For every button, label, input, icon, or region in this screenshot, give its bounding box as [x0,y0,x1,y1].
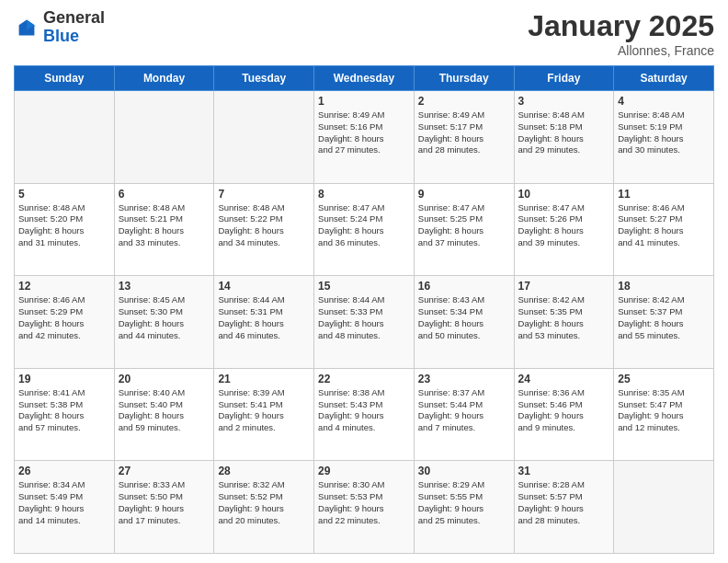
day-info: Sunrise: 8:37 AMSunset: 5:44 PMDaylight:… [418,387,510,434]
day-number: 11 [618,188,710,201]
table-row: 3Sunrise: 8:48 AMSunset: 5:18 PMDaylight… [514,91,614,184]
day-number: 2 [418,95,510,108]
day-number: 14 [218,280,310,293]
day-info: Sunrise: 8:38 AMSunset: 5:43 PMDaylight:… [318,387,410,434]
table-row: 26Sunrise: 8:34 AMSunset: 5:49 PMDayligh… [15,461,115,554]
day-info: Sunrise: 8:32 AMSunset: 5:52 PMDaylight:… [218,479,310,526]
day-info: Sunrise: 8:48 AMSunset: 5:20 PMDaylight:… [18,202,110,249]
day-info: Sunrise: 8:44 AMSunset: 5:33 PMDaylight:… [318,294,410,341]
day-number: 15 [318,280,410,293]
day-info: Sunrise: 8:35 AMSunset: 5:47 PMDaylight:… [618,387,710,434]
table-row: 30Sunrise: 8:29 AMSunset: 5:55 PMDayligh… [414,461,514,554]
month-title: January 2025 [528,9,714,43]
table-row [614,461,714,554]
col-saturday: Saturday [614,66,714,91]
day-number: 24 [518,373,610,385]
table-row: 20Sunrise: 8:40 AMSunset: 5:40 PMDayligh… [114,368,214,461]
day-info: Sunrise: 8:47 AMSunset: 5:26 PMDaylight:… [518,202,610,249]
day-info: Sunrise: 8:36 AMSunset: 5:46 PMDaylight:… [518,387,610,434]
day-number: 7 [218,188,310,201]
day-number: 27 [119,465,210,477]
day-info: Sunrise: 8:46 AMSunset: 5:29 PMDaylight:… [18,294,110,341]
table-row: 31Sunrise: 8:28 AMSunset: 5:57 PMDayligh… [514,461,614,554]
table-row: 9Sunrise: 8:47 AMSunset: 5:25 PMDaylight… [414,183,514,276]
day-info: Sunrise: 8:48 AMSunset: 5:18 PMDaylight:… [518,109,610,156]
day-number: 18 [618,280,710,293]
table-row: 22Sunrise: 8:38 AMSunset: 5:43 PMDayligh… [314,368,415,461]
day-info: Sunrise: 8:47 AMSunset: 5:24 PMDaylight:… [318,202,410,249]
header: General Blue January 2025 Allonnes, Fran… [14,9,714,58]
table-row: 19Sunrise: 8:41 AMSunset: 5:38 PMDayligh… [15,368,115,461]
table-row: 24Sunrise: 8:36 AMSunset: 5:46 PMDayligh… [514,368,614,461]
table-row: 17Sunrise: 8:42 AMSunset: 5:35 PMDayligh… [514,276,614,369]
col-thursday: Thursday [414,66,514,91]
day-info: Sunrise: 8:34 AMSunset: 5:49 PMDaylight:… [18,479,110,526]
table-row: 28Sunrise: 8:32 AMSunset: 5:52 PMDayligh… [214,461,314,554]
day-number: 31 [518,465,610,477]
calendar-week-row: 5Sunrise: 8:48 AMSunset: 5:20 PMDaylight… [15,183,714,276]
day-number: 4 [618,95,710,108]
table-row: 18Sunrise: 8:42 AMSunset: 5:37 PMDayligh… [614,276,714,369]
table-row: 16Sunrise: 8:43 AMSunset: 5:34 PMDayligh… [414,276,514,369]
day-info: Sunrise: 8:40 AMSunset: 5:40 PMDaylight:… [119,387,210,434]
day-info: Sunrise: 8:33 AMSunset: 5:50 PMDaylight:… [119,479,210,526]
day-info: Sunrise: 8:30 AMSunset: 5:53 PMDaylight:… [318,479,410,526]
title-block: January 2025 Allonnes, France [528,9,714,58]
table-row: 12Sunrise: 8:46 AMSunset: 5:29 PMDayligh… [15,276,115,369]
day-number: 13 [119,280,210,293]
table-row: 1Sunrise: 8:49 AMSunset: 5:16 PMDaylight… [314,91,415,184]
table-row: 29Sunrise: 8:30 AMSunset: 5:53 PMDayligh… [314,461,415,554]
col-sunday: Sunday [15,66,115,91]
day-info: Sunrise: 8:49 AMSunset: 5:16 PMDaylight:… [318,109,410,156]
day-number: 20 [119,373,210,385]
day-info: Sunrise: 8:48 AMSunset: 5:21 PMDaylight:… [119,202,210,249]
table-row: 8Sunrise: 8:47 AMSunset: 5:24 PMDaylight… [314,183,415,276]
day-info: Sunrise: 8:29 AMSunset: 5:55 PMDaylight:… [418,479,510,526]
calendar-table: Sunday Monday Tuesday Wednesday Thursday… [14,65,714,554]
day-number: 16 [418,280,510,293]
day-info: Sunrise: 8:44 AMSunset: 5:31 PMDaylight:… [218,294,310,341]
day-number: 26 [18,465,110,477]
day-number: 30 [418,465,510,477]
day-info: Sunrise: 8:45 AMSunset: 5:30 PMDaylight:… [119,294,210,341]
day-number: 3 [518,95,610,108]
table-row: 27Sunrise: 8:33 AMSunset: 5:50 PMDayligh… [114,461,214,554]
col-tuesday: Tuesday [214,66,314,91]
calendar-week-row: 26Sunrise: 8:34 AMSunset: 5:49 PMDayligh… [15,461,714,554]
table-row: 13Sunrise: 8:45 AMSunset: 5:30 PMDayligh… [114,276,214,369]
calendar-week-row: 19Sunrise: 8:41 AMSunset: 5:38 PMDayligh… [15,368,714,461]
table-row: 11Sunrise: 8:46 AMSunset: 5:27 PMDayligh… [614,183,714,276]
day-number: 9 [418,188,510,201]
table-row [15,91,115,184]
col-friday: Friday [514,66,614,91]
day-number: 22 [318,373,410,385]
logo-general: General [43,8,105,27]
day-info: Sunrise: 8:42 AMSunset: 5:37 PMDaylight:… [618,294,710,341]
day-number: 1 [318,95,410,108]
day-info: Sunrise: 8:41 AMSunset: 5:38 PMDaylight:… [18,387,110,434]
day-info: Sunrise: 8:43 AMSunset: 5:34 PMDaylight:… [418,294,510,341]
table-row: 21Sunrise: 8:39 AMSunset: 5:41 PMDayligh… [214,368,314,461]
table-row: 10Sunrise: 8:47 AMSunset: 5:26 PMDayligh… [514,183,614,276]
calendar-header-row: Sunday Monday Tuesday Wednesday Thursday… [15,66,714,91]
day-number: 8 [318,188,410,201]
day-number: 6 [119,188,210,201]
day-info: Sunrise: 8:49 AMSunset: 5:17 PMDaylight:… [418,109,510,156]
day-number: 23 [418,373,510,385]
logo: General Blue [14,9,105,46]
table-row: 14Sunrise: 8:44 AMSunset: 5:31 PMDayligh… [214,276,314,369]
table-row: 23Sunrise: 8:37 AMSunset: 5:44 PMDayligh… [414,368,514,461]
calendar-week-row: 1Sunrise: 8:49 AMSunset: 5:16 PMDaylight… [15,91,714,184]
table-row: 2Sunrise: 8:49 AMSunset: 5:17 PMDaylight… [414,91,514,184]
day-info: Sunrise: 8:39 AMSunset: 5:41 PMDaylight:… [218,387,310,434]
logo-blue: Blue [43,27,79,45]
table-row: 15Sunrise: 8:44 AMSunset: 5:33 PMDayligh… [314,276,415,369]
table-row: 5Sunrise: 8:48 AMSunset: 5:20 PMDaylight… [15,183,115,276]
day-number: 5 [18,188,110,201]
calendar-week-row: 12Sunrise: 8:46 AMSunset: 5:29 PMDayligh… [15,276,714,369]
logo-icon [14,15,40,40]
day-number: 28 [218,465,310,477]
day-number: 10 [518,188,610,201]
day-number: 17 [518,280,610,293]
table-row: 4Sunrise: 8:48 AMSunset: 5:19 PMDaylight… [614,91,714,184]
